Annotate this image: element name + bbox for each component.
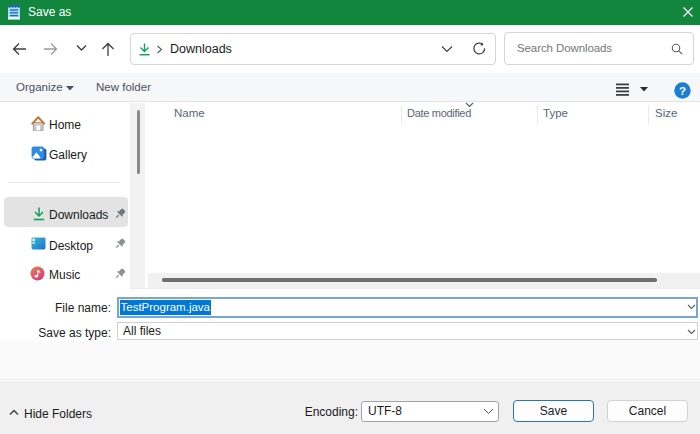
- svg-text:?: ?: [679, 85, 686, 97]
